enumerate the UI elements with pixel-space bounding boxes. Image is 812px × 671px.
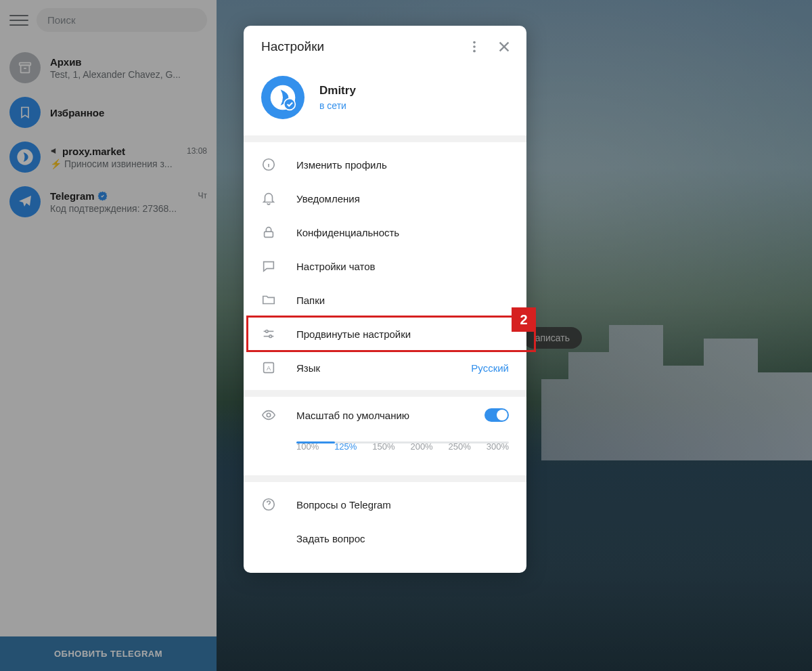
help-icon xyxy=(261,497,276,512)
menu-faq[interactable]: Вопросы о Telegram xyxy=(244,488,526,521)
chat-title: Избранное xyxy=(50,107,104,118)
close-icon[interactable] xyxy=(497,39,512,54)
megaphone-icon xyxy=(50,146,60,156)
verified-icon xyxy=(97,191,108,201)
annotation-badge: 2 xyxy=(512,307,536,332)
eye-icon xyxy=(261,408,276,423)
divider xyxy=(244,135,526,142)
svg-rect-14 xyxy=(265,232,273,237)
update-button[interactable]: ОБНОВИТЬ TELEGRAM xyxy=(0,636,217,671)
svg-point-5 xyxy=(473,45,476,48)
hamburger-icon[interactable] xyxy=(9,11,28,30)
bell-icon xyxy=(261,191,276,206)
menu-language[interactable]: A Язык Русский xyxy=(244,351,526,385)
avatar xyxy=(261,76,304,119)
chat-title: proxy.market xyxy=(50,146,125,157)
chat-subtitle: Test, 1, Alexander Chavez, G... xyxy=(50,69,207,80)
svg-point-6 xyxy=(473,50,476,53)
chat-item-archive[interactable]: Архив Test, 1, Alexander Chavez, G... xyxy=(0,45,217,90)
profile-section[interactable]: Dmitry в сети xyxy=(244,66,526,135)
menu-label: Конфиденциальность xyxy=(296,227,509,238)
divider xyxy=(244,475,526,482)
scale-label: Масштаб по умолчанию xyxy=(296,410,464,421)
info-icon xyxy=(261,157,276,172)
divider xyxy=(244,390,526,397)
chat-subtitle: ⚡ Приносим извинения з... xyxy=(50,158,207,169)
svg-point-18 xyxy=(269,335,272,338)
chat-item-telegram[interactable]: Telegram Чт Код подтверждения: 27368... xyxy=(0,179,217,224)
menu-ask[interactable]: Задать вопрос xyxy=(244,521,526,555)
chat-time: Чт xyxy=(198,191,208,200)
svg-rect-1 xyxy=(21,65,30,72)
menu-label: Язык xyxy=(296,362,451,374)
menu-value: Русский xyxy=(471,362,509,374)
menu-label: Продвинутые настройки xyxy=(296,328,509,340)
menu-label: Уведомления xyxy=(296,193,509,204)
profile-name: Dmitry xyxy=(319,84,356,98)
folder-icon xyxy=(261,293,276,307)
blank-icon xyxy=(261,531,276,546)
svg-point-4 xyxy=(473,41,476,44)
sidebar: Поиск Архив Test, 1, Alexander Chavez, G… xyxy=(0,0,217,671)
modal-title: Настройки xyxy=(261,39,324,54)
svg-point-21 xyxy=(267,413,271,417)
settings-modal: Настройки Dmitry в сети Изменить профиль… xyxy=(244,26,526,573)
menu-advanced[interactable]: 2 Продвинутые настройки xyxy=(244,317,526,351)
svg-point-16 xyxy=(265,330,268,333)
scale-toggle[interactable] xyxy=(484,408,509,422)
menu-label: Настройки чатов xyxy=(296,261,509,272)
chat-title: Telegram xyxy=(50,190,108,202)
menu-label: Изменить профиль xyxy=(296,159,509,171)
chat-time: 13:08 xyxy=(187,146,207,156)
menu-privacy[interactable]: Конфиденциальность xyxy=(244,215,526,249)
menu-folders[interactable]: Папки xyxy=(244,283,526,317)
chat-item-proxy[interactable]: proxy.market 13:08 ⚡ Приносим извинения … xyxy=(0,135,217,179)
menu-chat-settings[interactable]: Настройки чатов xyxy=(244,249,526,283)
bookmark-icon xyxy=(9,97,41,128)
chat-title: Архив xyxy=(50,56,82,68)
avatar xyxy=(9,142,41,173)
sliders-icon xyxy=(261,326,276,341)
menu-label: Задать вопрос xyxy=(296,533,509,544)
svg-text:A: A xyxy=(267,365,271,372)
svg-point-10 xyxy=(284,99,296,110)
language-icon: A xyxy=(261,360,276,375)
telegram-icon xyxy=(9,186,41,217)
menu-label: Вопросы о Telegram xyxy=(296,499,509,511)
profile-status: в сети xyxy=(319,100,356,111)
lock-icon xyxy=(261,225,276,240)
menu-edit-profile[interactable]: Изменить профиль xyxy=(244,148,526,181)
chat-icon xyxy=(261,259,276,274)
archive-icon xyxy=(9,52,41,83)
more-icon[interactable] xyxy=(467,39,482,54)
scale-slider[interactable]: 100% 125% 150% 200% 250% 300% xyxy=(296,441,509,462)
menu-label: Папки xyxy=(296,295,509,306)
menu-notifications[interactable]: Уведомления xyxy=(244,181,526,215)
chat-list: Архив Test, 1, Alexander Chavez, G... Из… xyxy=(0,40,217,224)
search-input[interactable]: Поиск xyxy=(37,8,207,32)
chat-item-saved[interactable]: Избранное xyxy=(0,90,217,135)
chat-subtitle: Код подтверждения: 27368... xyxy=(50,203,207,214)
